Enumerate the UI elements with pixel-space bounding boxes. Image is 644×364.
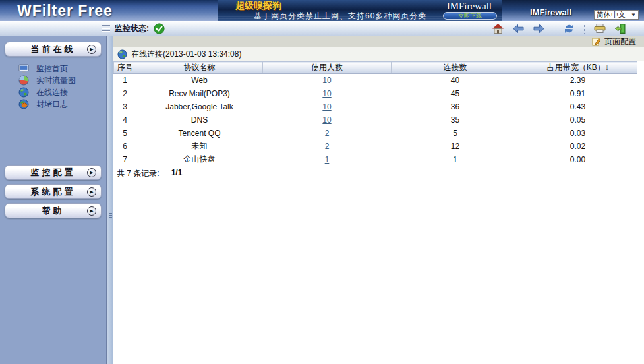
print-icon[interactable] (594, 24, 606, 33)
green-check-icon (154, 23, 165, 34)
record-count-label: 共 7 条记录: (117, 168, 160, 179)
content-title-row: 在线连接(2013-01-03 13:34:08) (113, 47, 644, 61)
content-area: 页面配置 在线连接(2013-01-03 13:34:08) 序号 (113, 36, 644, 364)
section-arrow-button[interactable]: ▶ (87, 168, 96, 177)
users-count-link[interactable]: 10 (322, 89, 331, 98)
sidebar-splitter[interactable] (107, 36, 113, 364)
column-header-protocol[interactable]: 协议名称 (136, 62, 263, 74)
edit-page-icon[interactable] (592, 37, 601, 46)
cell-bandwidth: 0.43 (519, 100, 637, 113)
column-header-connections[interactable]: 连接数 (392, 62, 519, 74)
table-row: 5 Tencent QQ 2 5 0.03 (114, 127, 637, 140)
globe-icon (18, 87, 29, 98)
cell-protocol: 未知 (136, 140, 263, 153)
sidebar: 当前在线 ▶ 监控首页 (0, 36, 107, 364)
section-arrow-button[interactable]: ▶ (87, 45, 96, 54)
table-row: 6 未知 2 12 0.02 (114, 140, 637, 153)
exit-icon[interactable] (615, 24, 626, 34)
protocol-table: 序号 协议名称 使用人数 连接数 占用带宽（KB）↓ 1 Web 10 40 2… (113, 61, 637, 166)
sidebar-section-monitor-config[interactable]: 监控配置 ▶ (5, 165, 102, 180)
column-header-bandwidth-sorted[interactable]: 占用带宽（KB）↓ (519, 62, 637, 74)
back-icon[interactable] (513, 24, 524, 33)
users-count-link[interactable]: 10 (322, 102, 331, 111)
cell-connections: 36 (392, 100, 519, 113)
users-count-link[interactable]: 2 (325, 142, 330, 151)
language-selector[interactable]: 简体中文 ▼ (594, 10, 639, 20)
cell-protocol: Recv Mail(POP3) (136, 87, 263, 100)
cell-bandwidth: 2.39 (519, 74, 637, 87)
table-footer: 共 7 条记录: 1/1 (113, 166, 644, 179)
cell-protocol: Jabber,Google Talk (136, 100, 263, 113)
users-count-link[interactable]: 10 (322, 76, 331, 85)
toolbar: 监控状态: (0, 21, 644, 36)
cell-connections: 5 (392, 127, 519, 140)
pie-chart-icon (18, 75, 29, 86)
toolbar-separator (584, 24, 585, 34)
cell-no: 5 (114, 127, 136, 140)
cell-connections: 40 (392, 74, 519, 87)
sidebar-section-online[interactable]: 当前在线 ▶ (5, 42, 102, 57)
sidebar-item-label: 封堵日志 (36, 99, 68, 110)
sidebar-item-traffic-chart[interactable]: 实时流量图 (0, 75, 106, 86)
users-count-link[interactable]: 2 (325, 129, 330, 138)
cell-connections: 45 (392, 87, 519, 100)
globe-gear-icon (18, 99, 29, 109)
cell-no: 7 (114, 153, 136, 166)
cell-bandwidth: 0.00 (519, 153, 637, 166)
section-arrow-button[interactable]: ▶ (87, 187, 96, 197)
column-header-users[interactable]: 使用人数 (263, 62, 392, 74)
download-button[interactable]: 立即下载 (443, 12, 497, 20)
cell-protocol: Web (136, 74, 263, 87)
cell-no: 1 (114, 74, 136, 87)
users-count-link[interactable]: 10 (322, 115, 331, 125)
ad-banner[interactable]: 超级嗅探狗 基于网页分类禁止上网、支持60多种网页分类 IMFirewall 立… (218, 0, 502, 21)
header-right-area: IMFirewall 简体中文 ▼ (502, 0, 644, 21)
brand-text: IMFirewall (530, 7, 571, 17)
table-header-row: 序号 协议名称 使用人数 连接数 占用带宽（KB）↓ (114, 62, 637, 74)
refresh-icon[interactable] (564, 24, 575, 34)
section-arrow-button[interactable]: ▶ (87, 206, 96, 216)
page-config-bar: 页面配置 (113, 36, 644, 47)
chevron-down-icon: ▼ (631, 12, 636, 18)
cell-protocol: DNS (136, 113, 263, 127)
sidebar-item-online-connections[interactable]: 在线连接 (0, 86, 106, 98)
forward-icon[interactable] (533, 24, 544, 33)
sidebar-section-system-config[interactable]: 系统配置 ▶ (5, 184, 102, 199)
table-row: 4 DNS 10 35 0.05 (114, 113, 637, 127)
cell-protocol: Tencent QQ (136, 127, 263, 140)
splitter-handle-icon[interactable] (109, 213, 112, 218)
sidebar-item-monitor-home[interactable]: 监控首页 (0, 63, 106, 75)
cell-protocol: 金山快盘 (136, 153, 263, 166)
home-icon[interactable] (492, 24, 504, 34)
monitor-icon (18, 64, 29, 73)
app-header: WFilter Free 超级嗅探狗 基于网页分类禁止上网、支持60多种网页分类… (0, 0, 644, 21)
banner-product-name: IMFirewall (447, 1, 492, 12)
cell-connections: 35 (392, 113, 519, 127)
cell-no: 2 (114, 87, 136, 100)
sidebar-item-block-logs[interactable]: 封堵日志 (0, 98, 106, 110)
table-row: 7 金山快盘 1 1 0.00 (114, 153, 637, 166)
monitor-status-label: 监控状态: (115, 23, 149, 34)
cell-no: 6 (114, 140, 136, 153)
sidebar-item-label: 在线连接 (36, 87, 68, 98)
monitor-status-group: 监控状态: (102, 23, 165, 34)
users-count-link[interactable]: 1 (325, 155, 330, 164)
page-indicator: 1/1 (171, 168, 183, 179)
cell-bandwidth: 0.02 (519, 140, 637, 153)
app-logo: WFilter Free (17, 2, 113, 20)
main-area: 当前在线 ▶ 监控首页 (0, 36, 644, 364)
column-header-no[interactable]: 序号 (114, 62, 136, 74)
collapse-handle-icon[interactable] (102, 25, 110, 32)
sidebar-section-help[interactable]: 帮助 ▶ (5, 203, 102, 218)
sidebar-item-label: 实时流量图 (36, 75, 76, 86)
cell-connections: 1 (392, 153, 519, 166)
toolbar-actions (492, 24, 626, 34)
table-row: 2 Recv Mail(POP3) 10 45 0.91 (114, 87, 637, 100)
toolbar-separator (554, 24, 554, 34)
cell-connections: 12 (392, 140, 519, 153)
page-config-link[interactable]: 页面配置 (604, 36, 636, 47)
cell-no: 4 (114, 113, 136, 127)
cell-bandwidth: 0.03 (519, 127, 637, 140)
sidebar-item-label: 监控首页 (36, 63, 68, 75)
page-title: 在线连接(2013-01-03 13:34:08) (131, 49, 241, 60)
